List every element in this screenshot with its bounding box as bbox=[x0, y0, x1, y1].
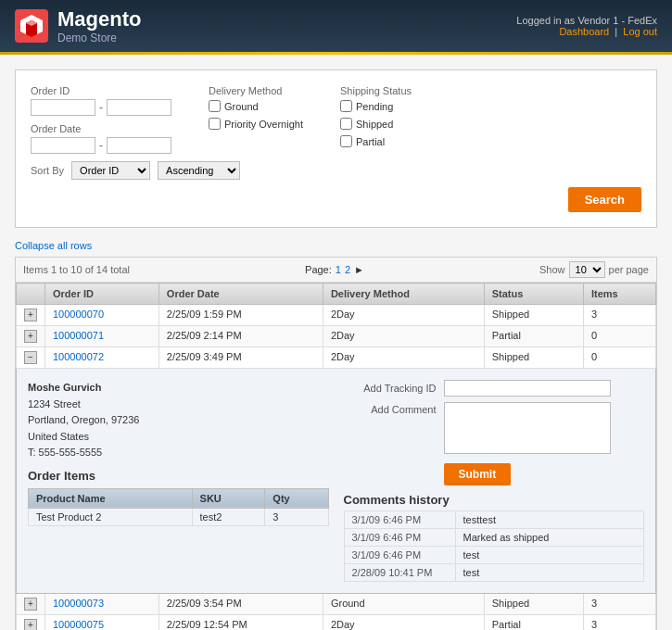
delivery-method-cell: Ground bbox=[323, 594, 484, 615]
table-row: + 100000070 2/25/09 1:59 PM 2Day Shipped… bbox=[17, 305, 656, 326]
user-info-text: Logged in as Vendor 1 - FedEx bbox=[516, 15, 657, 26]
order-id-label: Order ID bbox=[31, 85, 171, 96]
order-item-row: Test Product 2 test2 3 bbox=[29, 508, 329, 525]
top-info-bar: Items 1 to 10 of 14 total Page: 1 2 ► Sh… bbox=[16, 258, 656, 283]
priority-overnight-checkbox[interactable] bbox=[209, 118, 221, 130]
per-page-label-top: per page bbox=[609, 264, 649, 275]
phone: T: 555-555-5555 bbox=[28, 445, 329, 461]
delivery-method-cell: 2Day bbox=[323, 347, 484, 369]
ground-checkbox-label[interactable]: Ground bbox=[209, 100, 303, 112]
delivery-method-col-header: Delivery Method bbox=[323, 284, 484, 305]
order-id-cell: 100000075 bbox=[45, 615, 159, 631]
order-id-col-header: Order ID bbox=[45, 284, 159, 305]
page-1-link-top[interactable]: 1 bbox=[336, 264, 341, 275]
order-date-cell: 2/25/09 3:54 PM bbox=[158, 594, 323, 615]
comment-text: testtest bbox=[455, 511, 644, 529]
store-sub: Demo Store bbox=[57, 32, 141, 44]
submit-button[interactable]: Submit bbox=[444, 463, 512, 485]
sort-by-select[interactable]: Order ID Order Date Status bbox=[71, 161, 150, 180]
delivery-method-title: Delivery Method bbox=[209, 85, 303, 96]
table-row: + 100000073 2/25/09 3:54 PM Ground Shipp… bbox=[17, 594, 656, 615]
expand-button[interactable]: + bbox=[24, 619, 37, 630]
order-id-link[interactable]: 100000070 bbox=[53, 309, 104, 320]
orders-grid: Order ID Order Date Delivery Method Stat… bbox=[16, 283, 656, 630]
comment-row: 3/1/09 6:46 PM test bbox=[344, 547, 644, 564]
expand-cell: + bbox=[17, 594, 45, 615]
address-line1: 1234 Street bbox=[28, 397, 329, 413]
filter-row-1: Order ID - Order Date - Delivery Method bbox=[31, 85, 641, 154]
detail-right: Add Tracking ID Add Comment Submit bbox=[344, 380, 645, 582]
brand-name: Magento bbox=[57, 7, 141, 32]
order-date-from[interactable] bbox=[31, 137, 95, 154]
delivery-method-group: Delivery Method Ground Priority Overnigh… bbox=[209, 85, 303, 154]
comment-row: 2/28/09 10:41 PM test bbox=[344, 564, 644, 582]
search-button[interactable]: Search bbox=[568, 187, 641, 212]
order-id-to[interactable] bbox=[107, 99, 171, 116]
magento-logo-icon bbox=[15, 9, 48, 43]
logout-link[interactable]: Log out bbox=[623, 26, 657, 37]
partial-checkbox-label[interactable]: Partial bbox=[340, 135, 412, 147]
status-cell: Partial bbox=[484, 326, 583, 347]
add-comment-row: Add Comment bbox=[344, 402, 645, 454]
add-comment-textarea[interactable] bbox=[444, 402, 611, 454]
ground-checkbox[interactable] bbox=[209, 100, 221, 112]
expand-cell: + bbox=[17, 326, 45, 347]
per-page-select-top[interactable]: 10 20 50 bbox=[569, 261, 605, 278]
page-2-link-top[interactable]: 2 bbox=[345, 264, 350, 275]
items-cell: 3 bbox=[583, 594, 655, 615]
status-cell: Shipped bbox=[484, 594, 583, 615]
next-page-icon-top[interactable]: ► bbox=[354, 264, 364, 275]
expand-cell: + bbox=[17, 305, 45, 326]
expand-col-header bbox=[17, 284, 45, 305]
order-id-from[interactable] bbox=[31, 99, 95, 116]
dashboard-link[interactable]: Dashboard bbox=[559, 26, 609, 37]
expand-button[interactable]: + bbox=[24, 309, 37, 321]
status-col-header: Status bbox=[484, 284, 583, 305]
order-date-cell: 2/25/09 1:59 PM bbox=[158, 305, 323, 326]
comment-row: 3/1/09 6:46 PM Marked as shipped bbox=[344, 529, 644, 547]
tracking-id-input[interactable] bbox=[444, 380, 611, 397]
address-block: Moshe Gurvich 1234 Street Portland, Oreg… bbox=[28, 380, 329, 461]
order-id-link[interactable]: 100000075 bbox=[53, 619, 104, 630]
status-cell: Shipped bbox=[484, 305, 583, 326]
per-page-top: Show 10 20 50 per page bbox=[539, 261, 649, 278]
shipped-checkbox[interactable] bbox=[340, 118, 352, 130]
shipped-checkbox-label[interactable]: Shipped bbox=[340, 118, 412, 130]
expand-cell: + bbox=[17, 615, 45, 631]
sort-by-label: Sort By bbox=[31, 165, 64, 176]
delivery-checkboxes: Ground Priority Overnight bbox=[209, 100, 303, 132]
pending-checkbox[interactable] bbox=[340, 100, 352, 112]
table-row: + 100000071 2/25/09 2:14 PM 2Day Partial… bbox=[17, 326, 656, 347]
collapse-all-link[interactable]: Collapse all rows bbox=[15, 240, 92, 251]
add-comment-label: Add Comment bbox=[344, 404, 437, 415]
order-date-cell: 2/25/09 3:49 PM bbox=[158, 347, 323, 369]
pending-checkbox-label[interactable]: Pending bbox=[340, 100, 412, 112]
status-cell: Shipped bbox=[484, 347, 583, 369]
status-checkboxes: Pending Shipped Partial bbox=[340, 100, 412, 150]
main-content: Order ID - Order Date - Delivery Method bbox=[0, 55, 672, 630]
expand-button[interactable]: + bbox=[24, 330, 37, 343]
items-cell: 3 bbox=[583, 305, 655, 326]
order-id-link[interactable]: 100000072 bbox=[53, 351, 104, 362]
expand-button[interactable]: − bbox=[24, 351, 37, 364]
order-date-cell: 2/25/09 12:54 PM bbox=[158, 615, 323, 631]
priority-overnight-checkbox-label[interactable]: Priority Overnight bbox=[209, 118, 303, 130]
product-name-header: Product Name bbox=[29, 488, 193, 508]
order-date-to[interactable] bbox=[107, 137, 171, 154]
sort-order-select[interactable]: Ascending Descending bbox=[158, 161, 240, 180]
comments-history-title: Comments history bbox=[344, 493, 645, 507]
brand-title: Magento Demo Store bbox=[57, 7, 141, 44]
items-cell: 3 bbox=[583, 615, 655, 631]
order-date-cell: 2/25/09 2:14 PM bbox=[158, 326, 323, 347]
order-id-link[interactable]: 100000071 bbox=[53, 330, 104, 341]
show-label-top: Show bbox=[539, 264, 565, 275]
sku-header: SKU bbox=[192, 488, 265, 508]
comment-time: 3/1/09 6:46 PM bbox=[344, 511, 455, 529]
order-id-link[interactable]: 100000073 bbox=[53, 598, 104, 609]
expand-button[interactable]: + bbox=[24, 598, 37, 611]
items-cell: 0 bbox=[583, 326, 655, 347]
order-id-cell: 100000072 bbox=[45, 347, 159, 369]
grid-header-row: Order ID Order Date Delivery Method Stat… bbox=[17, 284, 656, 305]
partial-checkbox[interactable] bbox=[340, 135, 352, 147]
comment-text: test bbox=[455, 547, 644, 564]
